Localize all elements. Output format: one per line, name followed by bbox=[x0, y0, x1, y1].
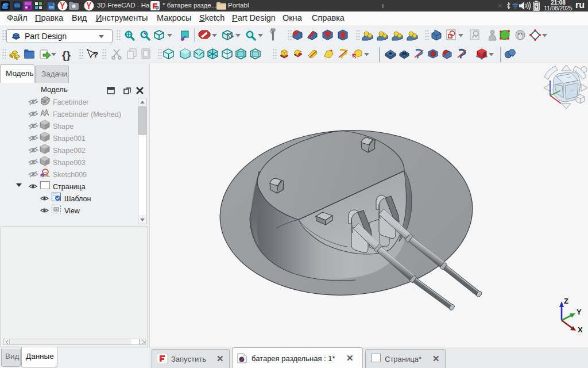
svg-text:Шаблон: Шаблон bbox=[64, 195, 91, 203]
svg-text:Shape001: Shape001 bbox=[53, 135, 86, 143]
svg-text:Страница: Страница bbox=[53, 183, 86, 191]
svg-text:Sketch009: Sketch009 bbox=[53, 171, 87, 179]
svg-text:{}: {} bbox=[62, 49, 71, 61]
svg-text:X: X bbox=[578, 325, 583, 334]
svg-text:Shape002: Shape002 bbox=[53, 147, 86, 155]
svg-text:Y: Y bbox=[577, 308, 582, 316]
svg-text:View: View bbox=[64, 207, 80, 215]
svg-text:Facebinder: Facebinder bbox=[53, 98, 89, 106]
svg-text:?: ? bbox=[93, 49, 98, 59]
svg-text:Shape: Shape bbox=[53, 122, 74, 131]
svg-text:Shape003: Shape003 bbox=[53, 159, 86, 167]
svg-text:e: e bbox=[41, 174, 43, 178]
svg-text:Facebinder (Meshed): Facebinder (Meshed) bbox=[53, 110, 121, 118]
svg-text:Z: Z bbox=[564, 297, 568, 305]
